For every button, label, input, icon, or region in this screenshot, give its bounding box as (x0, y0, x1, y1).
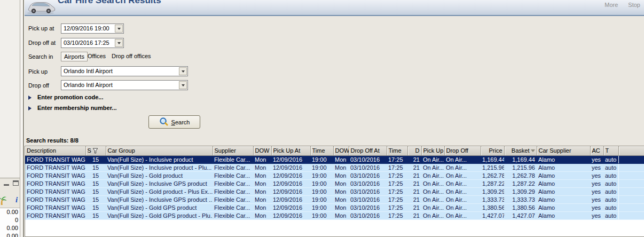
table-row[interactable]: FORD TRANSIT WAG...15Van(Full Size) - In… (25, 163, 644, 171)
col-basket[interactable]: Basket (504, 146, 537, 155)
search-icon (159, 117, 168, 127)
col-price[interactable]: Price (481, 146, 504, 155)
col-description[interactable]: Description (25, 146, 85, 155)
col-supplier[interactable]: Supplier (213, 146, 253, 155)
palm-tree-icon[interactable] (0, 194, 6, 205)
search-button[interactable]: Search (148, 115, 200, 129)
expander-arrow-icon (28, 96, 34, 100)
side-value: 0 (0, 216, 20, 224)
col-pickup-loc[interactable]: Pick Up (421, 146, 444, 155)
maximize-icon[interactable] (13, 180, 19, 186)
filter-funnel-icon[interactable] (92, 148, 98, 154)
col-t[interactable]: T (603, 146, 618, 155)
panel-divider[interactable] (20, 0, 24, 237)
car-hire-panel: Car Hire Search Results More Stop Pick u… (24, 0, 644, 237)
dropoff-at-dropdown-icon[interactable] (115, 39, 123, 47)
results-summary: Search results: 8/8 (26, 137, 78, 144)
pickup-dropdown-icon[interactable] (179, 67, 187, 75)
car-icon (26, 0, 57, 16)
col-dow-pickup[interactable]: DOW (253, 146, 271, 155)
info-icon[interactable]: i (15, 195, 18, 204)
dropoff-combobox[interactable]: Orlando Intl Airport (61, 80, 188, 90)
col-dropoff-loc[interactable]: Drop Off (444, 146, 481, 155)
table-row[interactable]: FORD TRANSIT WAG...15Van(Full Size) - Go… (25, 187, 644, 195)
table-row[interactable]: FORD TRANSIT WAG...15Van(Full Size) - Go… (25, 203, 644, 211)
pickup-label: Pick up (28, 68, 48, 75)
dropoff-dropdown-icon[interactable] (179, 81, 187, 89)
left-dock-strip: i 0.00 0 0.00 0.00 (0, 0, 24, 237)
col-filler (618, 146, 644, 155)
results-grid: Description S Car Group Supplier DOW Pic… (25, 146, 644, 237)
promotion-code-label: Enter promotion code... (37, 94, 103, 100)
pickup-at-dropdown-icon[interactable] (115, 25, 123, 33)
side-values-list: 0.00 0 0.00 0.00 (0, 208, 20, 237)
pickup-value: Orlando Intl Airport (64, 68, 113, 74)
stop-link[interactable]: Stop (628, 2, 640, 8)
side-mini-panel: i 0.00 0 0.00 0.00 (0, 178, 20, 237)
results-tbody: FORD TRANSIT WAG...15Van(Full Size) - In… (25, 155, 644, 219)
col-d[interactable]: D (407, 146, 421, 155)
dropoff-at-label: Drop off at (28, 40, 56, 46)
panel-titlebar: Car Hire Search Results More Stop (25, 0, 644, 16)
tab-airports[interactable]: Airports (61, 52, 88, 61)
table-row[interactable]: FORD TRANSIT WAG...15Van(Full Size) - In… (25, 195, 644, 203)
side-value: 0.00 (0, 208, 20, 216)
pickup-combobox[interactable]: Orlando Intl Airport (61, 66, 188, 76)
table-row[interactable]: FORD TRANSIT WAG...15Van(Full Size) - Go… (25, 171, 644, 179)
table-row[interactable]: FORD TRANSIT WAG...15Van(Full Size) - Go… (25, 211, 644, 219)
pickup-at-field[interactable]: 12/09/2016 19:00 (61, 23, 124, 34)
results-header-row: Description S Car Group Supplier DOW Pic… (25, 146, 644, 155)
pickup-at-value: 12/09/2016 19:00 (64, 25, 109, 31)
col-dropoff-time[interactable]: Time (387, 146, 407, 155)
col-pickup-at[interactable]: Pick Up At (271, 146, 310, 155)
page-title: Car Hire Search Results (58, 0, 161, 6)
col-pickup-time[interactable]: Time (310, 146, 333, 155)
tab-offices[interactable]: Offices (85, 52, 108, 60)
pickup-at-label: Pick up at (28, 25, 54, 31)
col-ac[interactable]: AC (590, 146, 603, 155)
dropoff-at-value: 03/10/2016 17:25 (64, 40, 109, 46)
dropoff-at-field[interactable]: 03/10/2016 17:25 (61, 38, 124, 48)
side-value: 0.00 (0, 224, 20, 232)
minimize-icon[interactable] (4, 181, 9, 186)
promotion-code-expander[interactable]: Enter promotion code... (28, 94, 103, 100)
more-link[interactable]: More (604, 2, 618, 8)
dropoff-value: Orlando Intl Airport (64, 82, 113, 88)
tab-dropoff-offices[interactable]: Drop off offices (109, 52, 154, 60)
table-row[interactable]: FORD TRANSIT WAG...15Van(Full Size) - In… (25, 155, 644, 163)
col-car-supplier[interactable]: Car Supplier (537, 146, 590, 155)
expander-arrow-icon (28, 106, 34, 110)
dropoff-label: Drop off (28, 82, 49, 89)
table-row[interactable]: FORD TRANSIT WAG...15Van(Full Size) - In… (25, 179, 644, 187)
col-dropoff-at[interactable]: Drop Off At (349, 146, 387, 155)
membership-number-label: Enter membership number... (37, 105, 117, 111)
col-dow-dropoff[interactable]: DOW (333, 146, 349, 155)
side-value: 0.00 (0, 232, 20, 237)
col-s[interactable]: S (85, 146, 106, 155)
search-in-label: Search in (28, 53, 53, 60)
membership-number-expander[interactable]: Enter membership number... (28, 105, 117, 111)
col-car-group[interactable]: Car Group (106, 146, 213, 155)
search-button-label: Search (171, 119, 190, 125)
sort-descending-icon (531, 149, 535, 154)
